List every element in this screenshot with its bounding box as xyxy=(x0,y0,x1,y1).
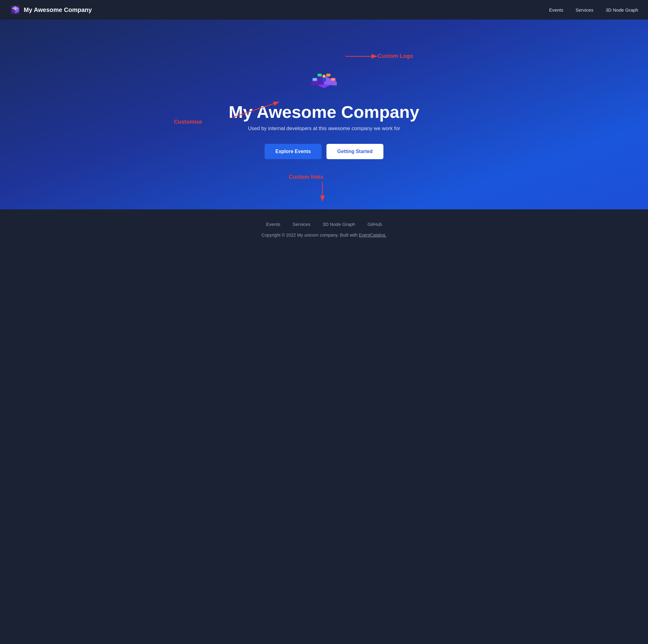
getting-started-button[interactable]: Getting Started xyxy=(326,144,383,159)
footer-3d-node-graph[interactable]: 3D Node Graph xyxy=(323,222,355,227)
svg-rect-13 xyxy=(313,78,317,81)
footer-eventcatalog-link[interactable]: EventCatalog. xyxy=(359,233,386,238)
svg-rect-6 xyxy=(13,7,14,8)
nav-services[interactable]: Services xyxy=(576,7,593,12)
footer-links: Events Services 3D Node Graph GitHub xyxy=(266,222,382,227)
svg-point-12 xyxy=(322,75,326,78)
footer-copyright: Copyright © 2022 My unicorn company. Bui… xyxy=(262,233,386,238)
footer-events[interactable]: Events xyxy=(266,222,280,227)
brand: My Awesome Company xyxy=(10,4,92,15)
navbar: My Awesome Company Events Services 3D No… xyxy=(0,0,648,19)
svg-text:Custom Logo: Custom Logo xyxy=(378,53,413,59)
nav-events[interactable]: Events xyxy=(549,7,563,12)
hero-title: My Awesome Company xyxy=(229,102,419,122)
explore-events-button[interactable]: Explore Events xyxy=(265,144,322,159)
svg-text:Custom links: Custom links xyxy=(289,174,323,180)
svg-rect-16 xyxy=(326,73,330,76)
footer: Events Services 3D Node Graph GitHub Cop… xyxy=(0,210,648,247)
nav-3d-node-graph[interactable]: 3D Node Graph xyxy=(606,7,638,12)
brand-logo-icon xyxy=(10,4,21,15)
svg-text:Customise: Customise xyxy=(174,119,202,125)
svg-rect-7 xyxy=(16,7,18,8)
hero-buttons: Explore Events Getting Started xyxy=(265,144,383,159)
hero-logo-icon xyxy=(306,64,342,95)
svg-point-5 xyxy=(14,8,16,10)
navbar-links: Events Services 3D Node Graph xyxy=(549,7,638,12)
footer-services[interactable]: Services xyxy=(292,222,310,227)
footer-github[interactable]: GitHub xyxy=(368,222,382,227)
hero-section: My Awesome Company Used by internal deve… xyxy=(0,19,648,210)
svg-rect-14 xyxy=(331,78,336,81)
hero-subtitle: Used by internal developers at this awes… xyxy=(248,125,400,132)
brand-name: My Awesome Company xyxy=(24,6,92,13)
svg-rect-11 xyxy=(322,77,326,82)
svg-rect-15 xyxy=(318,73,322,76)
